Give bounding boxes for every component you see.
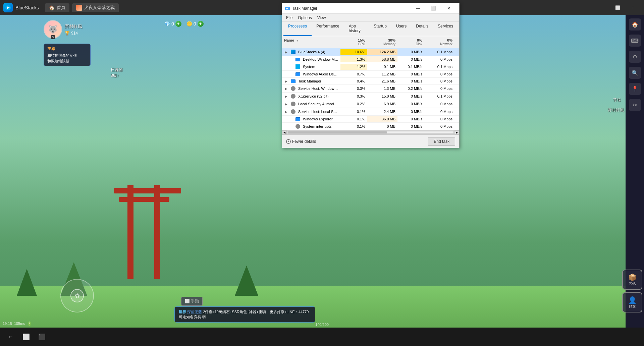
bs-close-btn[interactable]: ✕	[625, 2, 641, 13]
game-tab[interactable]: 犬夜叉奈落之戰	[72, 3, 119, 12]
tab-processes[interactable]: Processes	[283, 22, 312, 36]
bs-window-controls: — ⬜ ✕	[594, 2, 641, 13]
scroll-track[interactable]	[287, 131, 454, 134]
bs-minimize-btn[interactable]: —	[594, 2, 610, 13]
other-btn[interactable]: 📦 其他	[622, 270, 642, 290]
player-name: 野村軒風	[65, 23, 82, 30]
tab-startup[interactable]: Startup	[369, 22, 391, 36]
table-row[interactable]: ▶ Service Host: Local Service (Net... 0.…	[282, 108, 459, 116]
horizontal-scrollbar[interactable]: ◀ ▶	[282, 130, 459, 134]
cpu-cell: 0.1%	[340, 123, 367, 129]
player-hud: 🐺 3 野村軒風 🏆 914	[44, 20, 82, 39]
network-cell: 0 Mbps	[424, 101, 454, 107]
scroll-thumb[interactable]	[288, 131, 387, 133]
sidebar-search-icon[interactable]: 🔍	[629, 67, 641, 79]
col-cpu[interactable]: 15% CPU	[340, 37, 367, 47]
joystick[interactable]: ✿	[60, 279, 94, 312]
side-buttons-panel: 📦 其他 👤 好友	[622, 270, 642, 312]
table-row[interactable]: Windows Audio Device Graph I... 0.7% 11.…	[282, 71, 459, 78]
hp-bar-text: 140/200	[315, 323, 329, 327]
end-task-button[interactable]: End task	[428, 137, 455, 146]
bluestacks-logo	[3, 3, 13, 12]
sidebar-settings-icon[interactable]: ⚙	[629, 51, 641, 63]
process-name-cell: Windows Audio Device Graph I...	[282, 71, 340, 77]
view-menu[interactable]: View	[315, 14, 329, 22]
tab-users[interactable]: Users	[391, 22, 411, 36]
network-cell: 0.1 Mbps	[424, 93, 454, 99]
minimize-button[interactable]: —	[410, 3, 426, 14]
quest-line1: 和桔梗很像的女孩	[47, 53, 87, 58]
memory-cell: 58.8 MB	[367, 56, 397, 62]
friends-btn[interactable]: 👤 好友	[622, 292, 642, 312]
process-name: Windows Audio Device Graph I...	[303, 72, 338, 76]
process-name: Service Host: Windows Image A...	[298, 86, 338, 91]
restore-button[interactable]: ⬜	[426, 3, 441, 14]
table-row[interactable]: ▶ BlueStacks 4 (4) 10.6% 124.2 MB 0 MB/s…	[282, 48, 459, 56]
back-button[interactable]: ←	[5, 332, 16, 342]
table-row[interactable]: Desktop Window Manager 1.3% 58.8 MB 0 MB…	[282, 56, 459, 63]
svg-rect-5	[286, 9, 287, 9]
col-memory[interactable]: 30% Memory	[367, 37, 397, 47]
process-name-cell: System	[282, 63, 340, 70]
tab-services[interactable]: Services	[433, 22, 458, 36]
table-row[interactable]: System interrupts 0.1% 0 MB 0 MB/s 0 Mbp…	[282, 123, 459, 130]
sidebar-keyboard-icon[interactable]: ⌨	[629, 35, 641, 47]
table-row[interactable]: ▶ Task Manager 0.4% 21.6 MB 0 MB/s 0 Mbp…	[282, 78, 459, 85]
add-diamond-btn[interactable]: +	[175, 21, 181, 27]
player-info: 野村軒風 🏆 914	[65, 23, 82, 36]
network-cell: 0 Mbps	[424, 78, 454, 84]
table-row[interactable]: ▶ Service Host: Windows Image A... 0.3% …	[282, 85, 459, 93]
table-row[interactable]: ▶ Local Security Authority Process... 0.…	[282, 100, 459, 108]
expand-arrow[interactable]: ▶	[285, 95, 289, 98]
process-list: ▶ BlueStacks 4 (4) 10.6% 124.2 MB 0 MB/s…	[282, 48, 459, 130]
col-disk[interactable]: 0% Disk	[397, 37, 424, 47]
expand-arrow[interactable]: ▶	[285, 110, 289, 114]
col-network[interactable]: 0% Network	[424, 37, 454, 47]
scroll-left-btn[interactable]: ◀	[282, 130, 287, 134]
process-name: Local Security Authority Process...	[298, 102, 338, 106]
process-name-cell: ▶ BlueStacks 4 (4)	[282, 49, 340, 55]
close-button[interactable]: ✕	[441, 3, 457, 14]
fewer-details-btn[interactable]: Fewer details	[286, 139, 316, 144]
expand-arrow[interactable]: ▶	[285, 102, 289, 106]
manual-button[interactable]: ⬜ 手動	[181, 297, 203, 306]
memory-cell: 11.2 MB	[367, 71, 397, 77]
scroll-right-btn[interactable]: ▶	[454, 130, 459, 134]
tree-3	[235, 266, 258, 296]
expand-arrow[interactable]: ▶	[285, 50, 289, 54]
process-icon	[291, 94, 296, 99]
table-row[interactable]: System 1.2% 0.1 MB 0.1 MB/s 0.1 Mbps	[282, 63, 459, 71]
process-name-cell: ▶ Service Host: Local Service (Net...	[282, 108, 340, 115]
hp-value: 914	[71, 31, 78, 36]
col-name[interactable]: Name ▾	[282, 37, 340, 47]
options-menu[interactable]: Options	[295, 14, 314, 22]
disk-cell: 0 MB/s	[397, 116, 424, 122]
task-manager-titlebar: Task Manager — ⬜ ✕	[282, 3, 459, 14]
home-button[interactable]: ⬜	[21, 332, 32, 342]
memory-cell: 1.3 MB	[367, 85, 397, 92]
process-name-cell: System interrupts	[282, 123, 340, 130]
sidebar-scissors-icon[interactable]: ✂	[629, 99, 641, 111]
col-scroll-placeholder	[454, 37, 459, 47]
tab-performance[interactable]: Performance	[312, 22, 344, 36]
sidebar-location-icon[interactable]: 📍	[629, 83, 641, 95]
hp-bar-area: 140/200	[315, 323, 329, 327]
window-controls: — ⬜ ✕	[410, 3, 457, 14]
expand-arrow[interactable]: ▶	[285, 79, 289, 83]
file-menu[interactable]: File	[283, 14, 295, 22]
table-row[interactable]: ▶ XtuService (32 bit) 0.3% 15.0 MB 0 MB/…	[282, 93, 459, 100]
tab-details[interactable]: Details	[411, 22, 433, 36]
chat-bubble: 世界 深藍泛藍 2仟臺=19萬鑽石+SSR角色+神器+坐騎，更多好康+LINE：…	[174, 306, 315, 323]
expand-arrow[interactable]: ▶	[285, 87, 289, 91]
sidebar-home-icon[interactable]: 🏠	[629, 18, 641, 31]
tab-app-history[interactable]: App history	[344, 22, 369, 36]
bs-maximize-btn[interactable]: ⬜	[610, 2, 625, 13]
game-tab-label: 犬夜叉奈落之戰	[84, 5, 115, 11]
home-tab[interactable]: 🏠 首頁	[45, 3, 69, 12]
process-name: System interrupts	[303, 124, 332, 128]
table-row[interactable]: Windows Explorer 0.1% 36.0 MB 0 MB/s 0 M…	[282, 116, 459, 123]
add-gold-btn[interactable]: +	[198, 21, 204, 27]
task-manager-footer: Fewer details End task	[282, 134, 459, 148]
svg-rect-4	[286, 8, 288, 9]
recents-button[interactable]: ⬛	[37, 332, 47, 342]
